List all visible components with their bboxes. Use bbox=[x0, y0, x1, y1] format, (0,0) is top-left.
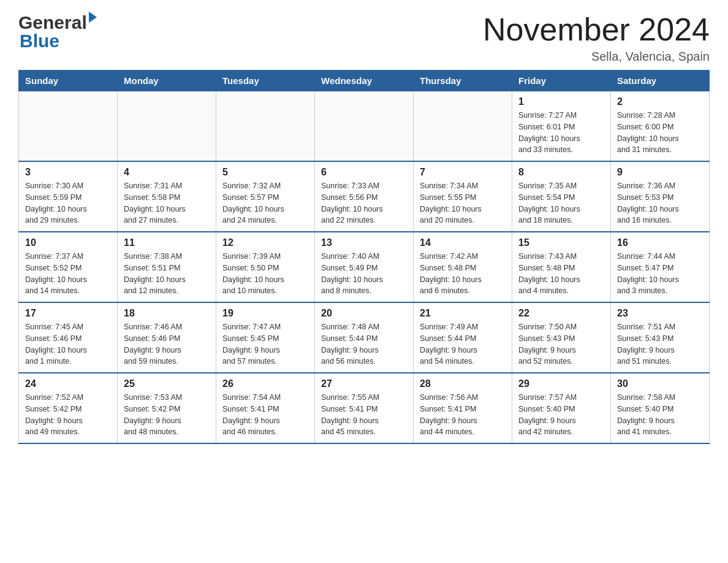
day-number: 8 bbox=[518, 167, 604, 178]
day-number: 7 bbox=[420, 167, 506, 178]
day-info: Sunrise: 7:50 AM Sunset: 5:43 PM Dayligh… bbox=[518, 321, 604, 367]
calendar-cell bbox=[315, 91, 414, 162]
calendar-cell: 7Sunrise: 7:34 AM Sunset: 5:55 PM Daylig… bbox=[414, 161, 512, 232]
calendar-cell: 10Sunrise: 7:37 AM Sunset: 5:52 PM Dayli… bbox=[19, 232, 118, 302]
day-number: 16 bbox=[617, 237, 703, 248]
calendar-cell: 17Sunrise: 7:45 AM Sunset: 5:46 PM Dayli… bbox=[19, 302, 118, 373]
day-info: Sunrise: 7:32 AM Sunset: 5:57 PM Dayligh… bbox=[222, 180, 308, 226]
calendar-cell: 19Sunrise: 7:47 AM Sunset: 5:45 PM Dayli… bbox=[216, 302, 315, 373]
calendar-cell: 8Sunrise: 7:35 AM Sunset: 5:54 PM Daylig… bbox=[512, 161, 611, 232]
week-row-5: 24Sunrise: 7:52 AM Sunset: 5:42 PM Dayli… bbox=[19, 373, 710, 443]
day-info: Sunrise: 7:44 AM Sunset: 5:47 PM Dayligh… bbox=[617, 251, 703, 297]
day-info: Sunrise: 7:37 AM Sunset: 5:52 PM Dayligh… bbox=[25, 251, 111, 297]
day-number: 10 bbox=[25, 237, 111, 248]
weekday-header-sunday: Sunday bbox=[19, 71, 118, 91]
logo-arrow-icon bbox=[89, 12, 97, 23]
day-number: 17 bbox=[25, 308, 111, 319]
weekday-header-saturday: Saturday bbox=[611, 71, 710, 91]
day-info: Sunrise: 7:38 AM Sunset: 5:51 PM Dayligh… bbox=[124, 251, 210, 297]
day-info: Sunrise: 7:39 AM Sunset: 5:50 PM Dayligh… bbox=[222, 251, 308, 297]
day-info: Sunrise: 7:54 AM Sunset: 5:41 PM Dayligh… bbox=[222, 392, 308, 438]
day-info: Sunrise: 7:31 AM Sunset: 5:58 PM Dayligh… bbox=[124, 180, 210, 226]
weekday-header-friday: Friday bbox=[512, 71, 611, 91]
calendar-cell: 28Sunrise: 7:56 AM Sunset: 5:41 PM Dayli… bbox=[414, 373, 512, 443]
calendar-cell bbox=[414, 91, 512, 162]
calendar-cell: 11Sunrise: 7:38 AM Sunset: 5:51 PM Dayli… bbox=[118, 232, 216, 302]
day-info: Sunrise: 7:27 AM Sunset: 6:01 PM Dayligh… bbox=[518, 110, 604, 156]
day-number: 22 bbox=[518, 308, 604, 319]
logo-blue-text: Blue bbox=[20, 31, 59, 52]
calendar-cell: 24Sunrise: 7:52 AM Sunset: 5:42 PM Dayli… bbox=[19, 373, 118, 443]
day-info: Sunrise: 7:51 AM Sunset: 5:43 PM Dayligh… bbox=[617, 321, 703, 367]
calendar-cell: 18Sunrise: 7:46 AM Sunset: 5:46 PM Dayli… bbox=[118, 302, 216, 373]
calendar-cell: 16Sunrise: 7:44 AM Sunset: 5:47 PM Dayli… bbox=[611, 232, 710, 302]
day-number: 20 bbox=[321, 308, 407, 319]
page-header: General Blue November 2024 Sella, Valenc… bbox=[18, 12, 710, 64]
day-number: 11 bbox=[124, 237, 210, 248]
week-row-2: 3Sunrise: 7:30 AM Sunset: 5:59 PM Daylig… bbox=[19, 161, 710, 232]
day-info: Sunrise: 7:40 AM Sunset: 5:49 PM Dayligh… bbox=[321, 251, 407, 297]
calendar-cell: 29Sunrise: 7:57 AM Sunset: 5:40 PM Dayli… bbox=[512, 373, 611, 443]
day-info: Sunrise: 7:43 AM Sunset: 5:48 PM Dayligh… bbox=[518, 251, 604, 297]
calendar-cell: 14Sunrise: 7:42 AM Sunset: 5:48 PM Dayli… bbox=[414, 232, 512, 302]
calendar-cell: 4Sunrise: 7:31 AM Sunset: 5:58 PM Daylig… bbox=[118, 161, 216, 232]
calendar-cell: 23Sunrise: 7:51 AM Sunset: 5:43 PM Dayli… bbox=[611, 302, 710, 373]
weekday-header-row: SundayMondayTuesdayWednesdayThursdayFrid… bbox=[19, 71, 710, 91]
day-number: 15 bbox=[518, 237, 604, 248]
day-number: 13 bbox=[321, 237, 407, 248]
day-number: 29 bbox=[518, 378, 604, 389]
calendar-cell: 26Sunrise: 7:54 AM Sunset: 5:41 PM Dayli… bbox=[216, 373, 315, 443]
day-info: Sunrise: 7:34 AM Sunset: 5:55 PM Dayligh… bbox=[420, 180, 506, 226]
calendar-cell: 5Sunrise: 7:32 AM Sunset: 5:57 PM Daylig… bbox=[216, 161, 315, 232]
day-info: Sunrise: 7:53 AM Sunset: 5:42 PM Dayligh… bbox=[124, 392, 210, 438]
day-info: Sunrise: 7:35 AM Sunset: 5:54 PM Dayligh… bbox=[518, 180, 604, 226]
day-info: Sunrise: 7:36 AM Sunset: 5:53 PM Dayligh… bbox=[617, 180, 703, 226]
day-info: Sunrise: 7:30 AM Sunset: 5:59 PM Dayligh… bbox=[25, 180, 111, 226]
day-info: Sunrise: 7:56 AM Sunset: 5:41 PM Dayligh… bbox=[420, 392, 506, 438]
day-info: Sunrise: 7:33 AM Sunset: 5:56 PM Dayligh… bbox=[321, 180, 407, 226]
day-number: 24 bbox=[25, 378, 111, 389]
calendar-cell: 6Sunrise: 7:33 AM Sunset: 5:56 PM Daylig… bbox=[315, 161, 414, 232]
calendar-cell: 9Sunrise: 7:36 AM Sunset: 5:53 PM Daylig… bbox=[611, 161, 710, 232]
day-number: 28 bbox=[420, 378, 506, 389]
calendar-cell: 27Sunrise: 7:55 AM Sunset: 5:41 PM Dayli… bbox=[315, 373, 414, 443]
day-info: Sunrise: 7:28 AM Sunset: 6:00 PM Dayligh… bbox=[617, 110, 703, 156]
day-number: 3 bbox=[25, 167, 111, 178]
calendar-cell: 15Sunrise: 7:43 AM Sunset: 5:48 PM Dayli… bbox=[512, 232, 611, 302]
day-info: Sunrise: 7:47 AM Sunset: 5:45 PM Dayligh… bbox=[222, 321, 308, 367]
title-section: November 2024 Sella, Valencia, Spain bbox=[483, 12, 710, 64]
day-number: 14 bbox=[420, 237, 506, 248]
day-number: 30 bbox=[617, 378, 703, 389]
day-number: 4 bbox=[124, 167, 210, 178]
calendar-cell: 1Sunrise: 7:27 AM Sunset: 6:01 PM Daylig… bbox=[512, 91, 611, 162]
weekday-header-wednesday: Wednesday bbox=[315, 71, 414, 91]
calendar-cell: 22Sunrise: 7:50 AM Sunset: 5:43 PM Dayli… bbox=[512, 302, 611, 373]
calendar-table: SundayMondayTuesdayWednesdayThursdayFrid… bbox=[18, 70, 710, 444]
logo-general-text: General bbox=[18, 12, 87, 33]
day-info: Sunrise: 7:58 AM Sunset: 5:40 PM Dayligh… bbox=[617, 392, 703, 438]
calendar-cell: 30Sunrise: 7:58 AM Sunset: 5:40 PM Dayli… bbox=[611, 373, 710, 443]
day-number: 9 bbox=[617, 167, 703, 178]
day-info: Sunrise: 7:57 AM Sunset: 5:40 PM Dayligh… bbox=[518, 392, 604, 438]
calendar-cell bbox=[216, 91, 315, 162]
day-number: 19 bbox=[222, 308, 308, 319]
day-info: Sunrise: 7:55 AM Sunset: 5:41 PM Dayligh… bbox=[321, 392, 407, 438]
day-number: 2 bbox=[617, 96, 703, 107]
day-number: 1 bbox=[518, 96, 604, 107]
day-number: 21 bbox=[420, 308, 506, 319]
day-info: Sunrise: 7:45 AM Sunset: 5:46 PM Dayligh… bbox=[25, 321, 111, 367]
calendar-cell: 2Sunrise: 7:28 AM Sunset: 6:00 PM Daylig… bbox=[611, 91, 710, 162]
calendar-cell: 12Sunrise: 7:39 AM Sunset: 5:50 PM Dayli… bbox=[216, 232, 315, 302]
logo: General Blue bbox=[18, 12, 97, 52]
location: Sella, Valencia, Spain bbox=[483, 50, 710, 64]
day-number: 18 bbox=[124, 308, 210, 319]
weekday-header-tuesday: Tuesday bbox=[216, 71, 315, 91]
weekday-header-thursday: Thursday bbox=[414, 71, 512, 91]
month-title: November 2024 bbox=[483, 12, 710, 47]
week-row-3: 10Sunrise: 7:37 AM Sunset: 5:52 PM Dayli… bbox=[19, 232, 710, 302]
day-number: 6 bbox=[321, 167, 407, 178]
day-info: Sunrise: 7:46 AM Sunset: 5:46 PM Dayligh… bbox=[124, 321, 210, 367]
calendar-cell bbox=[19, 91, 118, 162]
day-number: 25 bbox=[124, 378, 210, 389]
day-number: 27 bbox=[321, 378, 407, 389]
